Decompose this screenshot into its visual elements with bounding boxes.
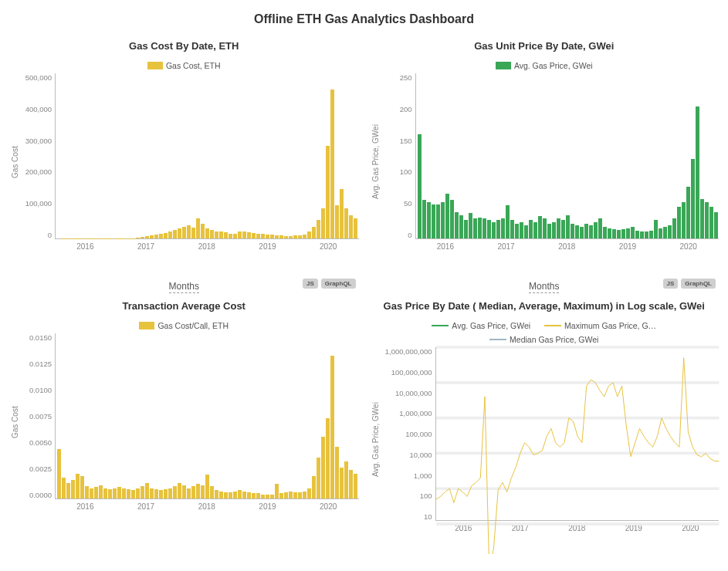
bar[interactable] bbox=[312, 227, 316, 238]
bar[interactable] bbox=[552, 222, 556, 238]
bar[interactable] bbox=[691, 159, 695, 238]
bar[interactable] bbox=[136, 238, 140, 238]
bar[interactable] bbox=[293, 492, 297, 498]
bar[interactable] bbox=[215, 231, 218, 238]
bar[interactable] bbox=[436, 204, 440, 239]
bar[interactable] bbox=[584, 224, 588, 238]
bar[interactable] bbox=[686, 187, 690, 238]
bar[interactable] bbox=[275, 235, 279, 238]
bar[interactable] bbox=[145, 236, 149, 238]
bar[interactable] bbox=[94, 487, 98, 498]
bar[interactable] bbox=[66, 483, 70, 498]
bar[interactable] bbox=[298, 492, 302, 498]
bar[interactable] bbox=[108, 489, 112, 498]
bar[interactable] bbox=[594, 222, 598, 238]
bar[interactable] bbox=[307, 231, 311, 238]
bar[interactable] bbox=[335, 447, 339, 498]
bar[interactable] bbox=[714, 212, 718, 238]
time-granularity-toggle[interactable]: Months bbox=[529, 281, 559, 293]
bar[interactable] bbox=[317, 220, 320, 238]
legend-item-max[interactable]: Maximum Gas Price, G… bbox=[544, 321, 656, 330]
bar[interactable] bbox=[131, 238, 135, 239]
bar[interactable] bbox=[631, 227, 635, 238]
bar[interactable] bbox=[589, 225, 593, 238]
bar[interactable] bbox=[103, 488, 107, 498]
badge-graphql[interactable]: GraphQL bbox=[681, 279, 716, 289]
bar[interactable] bbox=[598, 218, 602, 238]
bar[interactable] bbox=[242, 492, 246, 498]
bar[interactable] bbox=[321, 208, 325, 238]
bar[interactable] bbox=[418, 134, 422, 238]
bar[interactable] bbox=[57, 449, 61, 498]
bar[interactable] bbox=[326, 146, 330, 238]
bar[interactable] bbox=[635, 231, 639, 238]
bar[interactable] bbox=[80, 476, 84, 498]
bar[interactable] bbox=[289, 236, 293, 238]
bar[interactable] bbox=[159, 490, 163, 498]
bar[interactable] bbox=[349, 470, 353, 498]
bar[interactable] bbox=[344, 208, 348, 238]
bar[interactable] bbox=[122, 488, 126, 498]
bar[interactable] bbox=[252, 233, 256, 238]
bar[interactable] bbox=[252, 493, 256, 498]
bar[interactable] bbox=[621, 229, 625, 238]
bar[interactable] bbox=[617, 230, 621, 238]
bar[interactable] bbox=[270, 235, 274, 238]
bar[interactable] bbox=[131, 490, 135, 498]
bar[interactable] bbox=[450, 200, 454, 238]
bar[interactable] bbox=[561, 220, 565, 238]
bar[interactable] bbox=[182, 485, 186, 498]
bar[interactable] bbox=[473, 218, 477, 238]
bar[interactable] bbox=[219, 231, 223, 238]
bar[interactable] bbox=[432, 204, 435, 239]
bar[interactable] bbox=[229, 492, 232, 498]
bar[interactable] bbox=[668, 225, 672, 238]
bar[interactable] bbox=[164, 489, 168, 498]
bar[interactable] bbox=[168, 231, 172, 238]
bar[interactable] bbox=[164, 233, 168, 238]
bar[interactable] bbox=[571, 224, 574, 238]
bar[interactable] bbox=[224, 232, 228, 238]
time-granularity-toggle[interactable]: Months bbox=[169, 281, 199, 293]
bar[interactable] bbox=[524, 225, 528, 238]
bar[interactable] bbox=[659, 228, 662, 238]
bar[interactable] bbox=[445, 194, 449, 238]
bar[interactable] bbox=[354, 474, 357, 498]
bar[interactable] bbox=[344, 461, 348, 498]
bar[interactable] bbox=[303, 235, 306, 238]
plot-area[interactable] bbox=[55, 333, 359, 499]
bar[interactable] bbox=[298, 235, 302, 238]
bar[interactable] bbox=[242, 231, 246, 238]
bar[interactable] bbox=[307, 488, 311, 498]
bar[interactable] bbox=[256, 493, 260, 498]
bar[interactable] bbox=[506, 205, 510, 238]
bar[interactable] bbox=[696, 106, 699, 238]
bar[interactable] bbox=[279, 493, 283, 498]
bar[interactable] bbox=[427, 202, 431, 238]
bar[interactable] bbox=[492, 222, 496, 238]
bar[interactable] bbox=[580, 227, 584, 238]
bar[interactable] bbox=[279, 235, 283, 238]
bar[interactable] bbox=[663, 227, 667, 238]
bar[interactable] bbox=[113, 488, 117, 498]
bar[interactable] bbox=[538, 216, 542, 238]
bar[interactable] bbox=[201, 485, 205, 498]
legend-item[interactable]: Avg. Gas Price, GWei bbox=[496, 61, 593, 70]
bar[interactable] bbox=[626, 228, 630, 238]
plot-area[interactable] bbox=[435, 347, 720, 521]
bar[interactable] bbox=[478, 218, 482, 238]
bar[interactable] bbox=[150, 488, 154, 498]
bar[interactable] bbox=[150, 235, 154, 238]
bar[interactable] bbox=[469, 213, 472, 238]
bar[interactable] bbox=[141, 486, 144, 498]
bar[interactable] bbox=[210, 230, 214, 238]
bar[interactable] bbox=[173, 230, 177, 238]
bar[interactable] bbox=[640, 231, 644, 238]
bar[interactable] bbox=[330, 356, 334, 498]
bar[interactable] bbox=[441, 202, 445, 238]
bar[interactable] bbox=[496, 220, 500, 238]
bar[interactable] bbox=[178, 483, 181, 498]
bar[interactable] bbox=[700, 199, 704, 238]
bar[interactable] bbox=[210, 486, 214, 498]
bar[interactable] bbox=[182, 227, 186, 238]
